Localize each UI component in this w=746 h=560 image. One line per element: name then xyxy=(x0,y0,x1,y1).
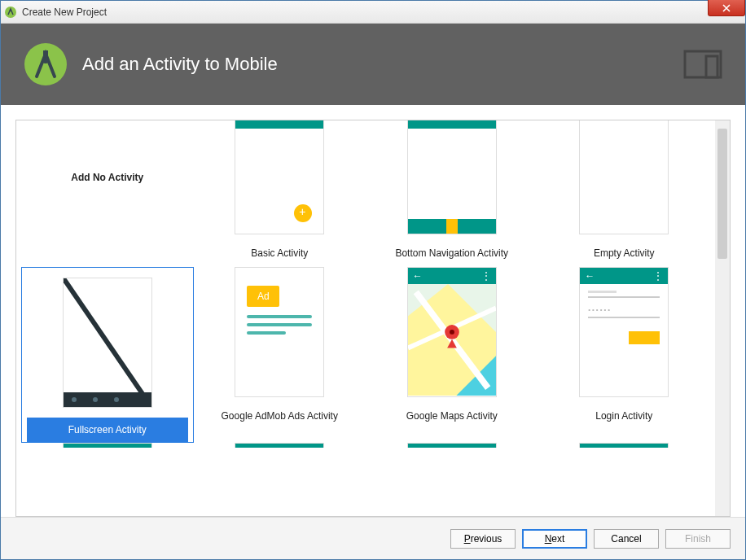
template-fullscreen-activity[interactable]: ← Fullscreen Activity xyxy=(21,267,194,443)
scroll-viewport: Add No Activity . Basic Activity xyxy=(16,120,715,516)
svg-point-11 xyxy=(450,330,454,335)
template-google-admob-ads-activity[interactable]: Ad Google AdMob Ads Activity xyxy=(194,267,366,443)
back-arrow-icon: ← xyxy=(585,270,595,282)
svg-point-3 xyxy=(42,57,49,63)
template-google-maps-activity[interactable]: ← ⋮ xyxy=(366,267,538,443)
template-grid: Add No Activity . Basic Activity xyxy=(16,120,715,461)
close-icon xyxy=(722,4,731,12)
svg-rect-4 xyxy=(43,50,48,55)
next-button[interactable]: Next xyxy=(522,529,587,549)
window-title: Create New Project xyxy=(22,7,107,18)
template-gallery: Add No Activity . Basic Activity xyxy=(15,120,731,517)
scrollbar-thumb[interactable] xyxy=(717,129,727,259)
finish-button: Finish xyxy=(665,529,731,549)
template-add-no-activity[interactable]: Add No Activity . xyxy=(21,120,194,267)
ad-badge-icon: Ad xyxy=(247,286,279,307)
template-label: Fullscreen Activity xyxy=(27,418,188,442)
preview-no-activity: Add No Activity xyxy=(63,120,152,234)
template-label: Login Activity xyxy=(543,407,706,425)
template-login-activity[interactable]: ← ⋮ •••••• Login Activity xyxy=(538,267,711,443)
wizard-heading: Add an Activity to Mobile xyxy=(82,54,278,75)
template-row-peek[interactable] xyxy=(538,443,711,453)
android-studio-icon xyxy=(4,6,17,19)
map-icon xyxy=(408,284,496,396)
wizard-footer: Previous Next Cancel Finish xyxy=(1,517,745,559)
template-row-peek[interactable] xyxy=(21,443,194,453)
content-area: Add No Activity . Basic Activity xyxy=(1,105,745,517)
cancel-button[interactable]: Cancel xyxy=(594,529,659,549)
preview-bottom-nav xyxy=(407,120,497,234)
titlebar: Create New Project xyxy=(1,1,745,24)
preview-maps-activity: ← ⋮ xyxy=(407,267,497,397)
svg-rect-6 xyxy=(706,56,717,77)
previous-button[interactable]: Previous xyxy=(450,529,516,549)
preview-basic-activity xyxy=(235,120,324,234)
template-label: Google AdMob Ads Activity xyxy=(199,407,362,425)
template-label: Basic Activity xyxy=(199,244,362,262)
preview-login-activity: ← ⋮ •••••• xyxy=(579,267,669,397)
template-label: Empty Activity xyxy=(543,244,706,262)
mobile-device-icon xyxy=(683,50,722,79)
preview-fullscreen-activity: ← xyxy=(63,278,152,408)
preview-admob-activity: Ad xyxy=(235,267,324,397)
template-basic-activity[interactable]: Basic Activity xyxy=(194,120,366,267)
preview-empty-activity xyxy=(579,120,669,234)
template-row-peek[interactable] xyxy=(194,443,366,453)
template-row-peek[interactable] xyxy=(366,443,538,453)
close-button[interactable] xyxy=(708,0,745,16)
back-arrow-icon: ← xyxy=(413,270,423,282)
dialog-window: Create New Project Add an Activity to Mo… xyxy=(0,0,746,560)
more-icon: ⋮ xyxy=(481,270,491,282)
more-icon: ⋮ xyxy=(653,270,663,282)
vertical-scrollbar[interactable] xyxy=(715,120,730,516)
svg-point-1 xyxy=(10,9,11,11)
login-button-icon xyxy=(629,331,660,344)
wizard-header: Add an Activity to Mobile xyxy=(1,24,745,105)
android-studio-logo-icon xyxy=(24,42,68,86)
template-label: Bottom Navigation Activity xyxy=(371,244,533,262)
template-bottom-navigation-activity[interactable]: Bottom Navigation Activity xyxy=(366,120,538,267)
template-empty-activity[interactable]: Empty Activity xyxy=(538,120,711,267)
fab-icon xyxy=(294,204,312,222)
template-label: Google Maps Activity xyxy=(371,407,533,425)
